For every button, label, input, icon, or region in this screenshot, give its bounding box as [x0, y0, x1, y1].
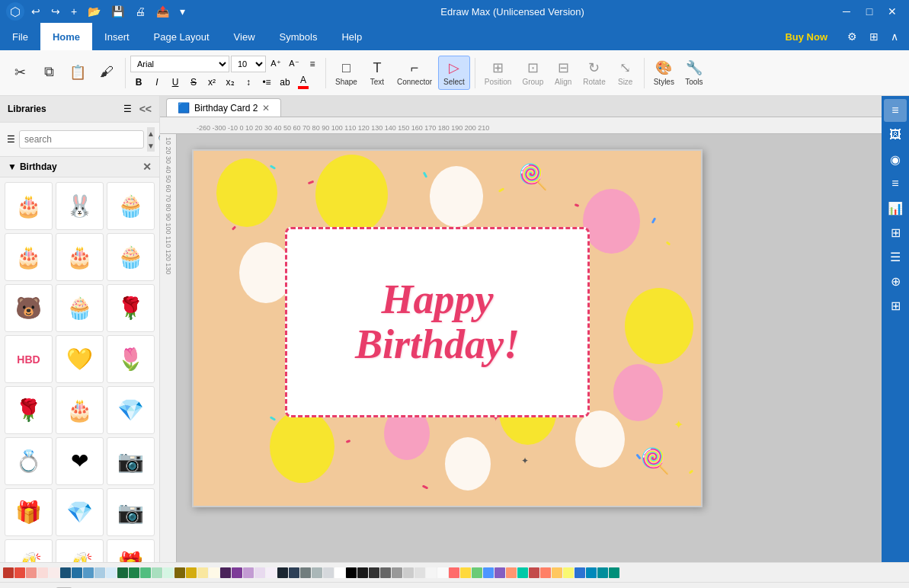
color-swatch-35[interactable]: [403, 567, 414, 578]
font-size-select[interactable]: 10: [231, 56, 266, 72]
shape-rose2[interactable]: 🌹: [5, 386, 53, 434]
font-family-select[interactable]: Arial: [130, 56, 229, 72]
canvas-scroll[interactable]: ✦ ✦ ✦ ✦ ✦ ✦ ✦ ✦ 🍭 🍭: [177, 134, 882, 562]
color-swatch-19[interactable]: [220, 567, 231, 578]
color-swatch-15[interactable]: [174, 567, 185, 578]
color-swatch-44[interactable]: [506, 567, 517, 578]
color-swatch-8[interactable]: [94, 567, 105, 578]
color-swatch-9[interactable]: [106, 567, 117, 578]
shape-diamond2[interactable]: 💎: [56, 488, 104, 536]
color-swatch-13[interactable]: [152, 567, 162, 578]
birthday-card[interactable]: ✦ ✦ ✦ ✦ ✦ ✦ ✦ ✦ 🍭 🍭: [192, 149, 703, 507]
italic-btn[interactable]: I: [149, 74, 165, 91]
color-swatch-20[interactable]: [232, 567, 242, 578]
shape-bunny[interactable]: 🐰: [56, 182, 104, 230]
print-btn[interactable]: 🖨: [131, 4, 149, 19]
color-swatch-18[interactable]: [209, 567, 219, 578]
shape-cake1[interactable]: 🎂: [5, 182, 53, 230]
copy-button[interactable]: ⧉: [35, 61, 62, 85]
grid-icon[interactable]: ⊞: [865, 27, 883, 46]
export-btn[interactable]: 📤: [152, 4, 173, 19]
increase-font-size-btn[interactable]: A⁺: [267, 56, 284, 72]
color-swatch-34[interactable]: [392, 567, 402, 578]
shape-rose1[interactable]: 🌹: [107, 284, 155, 332]
color-swatch-27[interactable]: [312, 567, 322, 578]
color-swatch-46[interactable]: [529, 567, 539, 578]
position-button[interactable]: ⊞ Position: [480, 56, 517, 89]
open-btn[interactable]: 📂: [84, 4, 104, 19]
right-panel-layers-btn[interactable]: ◉: [884, 148, 907, 171]
text-format-btn[interactable]: ab: [277, 74, 293, 91]
tools-button[interactable]: 🔧 Tools: [680, 56, 708, 89]
color-swatch-22[interactable]: [254, 567, 265, 578]
menu-page-layout[interactable]: Page Layout: [142, 23, 222, 50]
select-button[interactable]: ▷ Select: [438, 56, 470, 90]
shape-cake4[interactable]: 🎂: [56, 386, 104, 434]
color-swatch-17[interactable]: [197, 567, 208, 578]
format-painter-button[interactable]: 🖌: [93, 61, 120, 85]
shape-button[interactable]: □ Shape: [331, 57, 362, 89]
color-swatch-52[interactable]: [597, 567, 608, 578]
styles-button[interactable]: 🎨 Styles: [649, 56, 679, 89]
color-swatch-24[interactable]: [277, 567, 288, 578]
shape-cupcake2[interactable]: 🧁: [107, 233, 155, 281]
color-swatch-14[interactable]: [163, 567, 174, 578]
shape-diamond1[interactable]: 💎: [107, 386, 155, 434]
shape-tulip[interactable]: 🌷: [107, 335, 155, 383]
maximize-btn[interactable]: □: [859, 1, 880, 22]
undo-btn[interactable]: ↩: [27, 4, 44, 19]
shape-cupcake1[interactable]: 🧁: [107, 182, 155, 230]
align-button[interactable]: ⊟ Align: [549, 56, 577, 89]
color-swatch-7[interactable]: [83, 567, 94, 578]
add-library-btn[interactable]: ☰: [120, 101, 136, 117]
color-swatch-0[interactable]: [3, 567, 14, 578]
shape-heart[interactable]: ❤: [56, 437, 104, 485]
color-swatch-43[interactable]: [495, 567, 505, 578]
right-panel-format-btn[interactable]: ≡: [884, 172, 907, 195]
menu-home[interactable]: Home: [40, 23, 92, 50]
canvas-tab[interactable]: 🟦 Birthday Card 2 ✕: [166, 98, 281, 117]
superscript-btn[interactable]: x²: [203, 74, 220, 91]
shape-gift2[interactable]: 🎁: [107, 539, 155, 562]
cut-button[interactable]: ✂: [6, 61, 34, 85]
close-btn[interactable]: ✕: [882, 1, 903, 22]
color-swatch-32[interactable]: [369, 567, 379, 578]
color-swatch-50[interactable]: [575, 567, 585, 578]
subscript-btn[interactable]: x₂: [222, 74, 238, 91]
collapse-ribbon-btn[interactable]: ∧: [886, 27, 903, 46]
scroll-up-btn[interactable]: ▲: [147, 127, 155, 139]
color-swatch-48[interactable]: [552, 567, 562, 578]
color-swatch-2[interactable]: [26, 567, 37, 578]
underline-btn[interactable]: U: [167, 74, 184, 91]
color-swatch-3[interactable]: [37, 567, 48, 578]
color-swatch-21[interactable]: [243, 567, 254, 578]
text-align-btn[interactable]: ≡: [304, 56, 321, 72]
shape-gift1[interactable]: 🎁: [5, 488, 53, 536]
strikethrough-btn[interactable]: S: [185, 74, 202, 91]
connector-button[interactable]: ⌐ Connector: [392, 57, 437, 89]
collapse-libraries-btn[interactable]: <<: [139, 103, 152, 115]
category-expand-icon[interactable]: ▼: [8, 161, 17, 172]
color-swatch-16[interactable]: [186, 567, 197, 578]
category-close-btn[interactable]: ✕: [142, 161, 152, 173]
search-input[interactable]: [19, 130, 144, 149]
tab-close-btn[interactable]: ✕: [262, 103, 270, 113]
color-swatch-53[interactable]: [609, 567, 619, 578]
color-swatch-31[interactable]: [357, 567, 368, 578]
color-swatch-37[interactable]: [426, 567, 437, 578]
color-swatch-51[interactable]: [586, 567, 597, 578]
menu-file[interactable]: File: [0, 23, 40, 50]
shape-cake3[interactable]: 🎂: [56, 233, 104, 281]
menu-view[interactable]: View: [222, 23, 267, 50]
color-swatch-5[interactable]: [60, 567, 71, 578]
group-button[interactable]: ⊡ Group: [517, 56, 548, 89]
decrease-font-size-btn[interactable]: A⁻: [286, 56, 302, 72]
quick-access-dropdown[interactable]: ▾: [176, 4, 189, 19]
shape-ring[interactable]: 💍: [5, 437, 53, 485]
shape-hearts[interactable]: 💛: [56, 335, 104, 383]
menu-symbols[interactable]: Symbols: [267, 23, 330, 50]
color-swatch-11[interactable]: [129, 567, 139, 578]
color-swatch-12[interactable]: [140, 567, 151, 578]
color-swatch-25[interactable]: [289, 567, 299, 578]
bold-btn[interactable]: B: [130, 74, 147, 91]
